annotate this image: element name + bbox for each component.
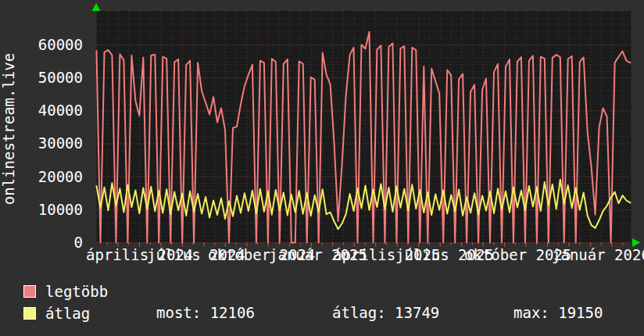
y-tick-label: 60000 xyxy=(20,38,83,52)
stat-max: max: 19150 xyxy=(513,306,603,320)
stat-most-value: 12106 xyxy=(210,304,255,321)
legend-label-atlag: átlag xyxy=(45,306,90,321)
stat-most-label: most: xyxy=(156,304,201,321)
y-tick-label: 0 xyxy=(20,235,83,250)
y-axis-arrow-icon xyxy=(92,3,101,11)
y-tick-label: 10000 xyxy=(20,202,83,217)
x-tick-label: január 2026 xyxy=(552,248,644,263)
legend-swatch-atlag xyxy=(23,307,36,320)
rrd-graph: onlinestream.live 0100002000030000400005… xyxy=(0,0,644,336)
graph-vertical-title: onlinestream.live xyxy=(2,53,16,205)
legend-label-legtobb: legtöbb xyxy=(45,284,108,299)
stat-atlag-value: 13749 xyxy=(395,304,439,321)
stat-max-value: 19150 xyxy=(558,304,603,321)
y-tick-label: 40000 xyxy=(20,103,83,118)
legend-swatch-legtobb xyxy=(23,285,36,298)
stat-most: most: 12106 xyxy=(156,306,255,320)
stat-atlag: átlag: 13749 xyxy=(332,306,439,320)
y-tick-label: 20000 xyxy=(20,170,83,184)
y-tick-label: 30000 xyxy=(20,136,83,151)
stat-max-label: max: xyxy=(513,304,549,321)
y-tick-label: 50000 xyxy=(20,70,83,85)
stat-atlag-label: átlag: xyxy=(332,304,386,321)
